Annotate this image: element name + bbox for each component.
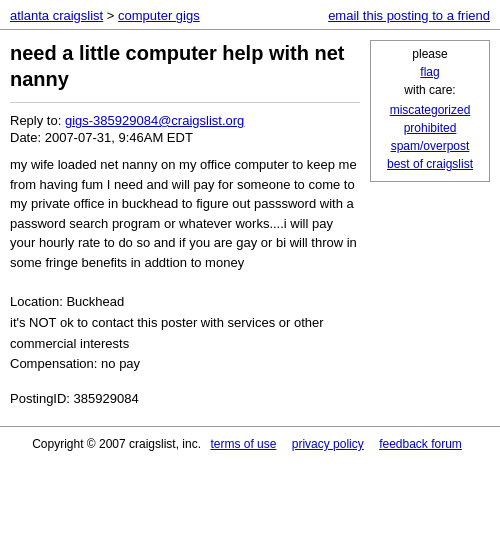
footer-copyright: Copyright © 2007 craigslist, inc. <box>32 437 201 451</box>
flag-spam-link[interactable]: spam/overpost <box>379 139 481 153</box>
compensation-label: Compensation: <box>10 356 101 371</box>
posting-id-value: 385929084 <box>74 391 139 406</box>
date-label: Date: <box>10 130 45 145</box>
location-info: Location: Buckhead it's NOT ok to contac… <box>10 292 360 375</box>
terms-of-use-link[interactable]: terms of use <box>210 437 276 451</box>
flag-suffix: with care: <box>404 83 455 97</box>
compensation-value: no pay <box>101 356 140 371</box>
feedback-forum-link[interactable]: feedback forum <box>379 437 462 451</box>
posting-id-label: PostingID: <box>10 391 74 406</box>
flag-best-of-craigslist-link[interactable]: best of craigslist <box>379 157 481 171</box>
location-line: Location: Buckhead <box>10 292 360 313</box>
privacy-policy-link[interactable]: privacy policy <box>292 437 364 451</box>
flag-header: please flag with care: <box>379 47 481 97</box>
post-title: need a little computer help with net nan… <box>10 40 360 92</box>
reply-info: Reply to: gigs-385929084@craigslist.org … <box>10 102 360 145</box>
flag-link[interactable]: flag <box>379 65 481 79</box>
reply-label: Reply to: <box>10 113 65 128</box>
email-friend-link[interactable]: email this posting to a friend <box>328 8 490 23</box>
posting-id-line: PostingID: 385929084 <box>10 391 360 406</box>
flag-sidebar: please flag with care: miscategorized pr… <box>370 40 490 182</box>
email-posting-link: email this posting to a friend <box>328 8 490 23</box>
breadcrumb-section-link[interactable]: computer gigs <box>118 8 200 23</box>
location-value: Buckhead <box>66 294 124 309</box>
breadcrumb-city-link[interactable]: atlanta craigslist <box>10 8 103 23</box>
compensation-line: Compensation: no pay <box>10 354 360 375</box>
reply-to-line: Reply to: gigs-385929084@craigslist.org <box>10 113 360 128</box>
header: atlanta craigslist > computer gigs email… <box>0 0 500 30</box>
location-label: Location: <box>10 294 66 309</box>
flag-prohibited-link[interactable]: prohibited <box>379 121 481 135</box>
reply-email-link[interactable]: gigs-385929084@craigslist.org <box>65 113 244 128</box>
date-line: Date: 2007-07-31, 9:46AM EDT <box>10 130 360 145</box>
contact-notice: it's NOT ok to contact this poster with … <box>10 313 360 355</box>
flag-please-text: please <box>412 47 447 61</box>
flag-miscategorized-link[interactable]: miscategorized <box>379 103 481 117</box>
breadcrumb: atlanta craigslist > computer gigs <box>10 8 200 23</box>
post-date: 2007-07-31, 9:46AM EDT <box>45 130 193 145</box>
breadcrumb-sep: > <box>103 8 118 23</box>
post-body: my wife loaded net nanny on my office co… <box>10 155 360 272</box>
main-content: need a little computer help with net nan… <box>0 30 500 416</box>
footer: Copyright © 2007 craigslist, inc. terms … <box>0 426 500 461</box>
post-content: need a little computer help with net nan… <box>10 40 370 416</box>
